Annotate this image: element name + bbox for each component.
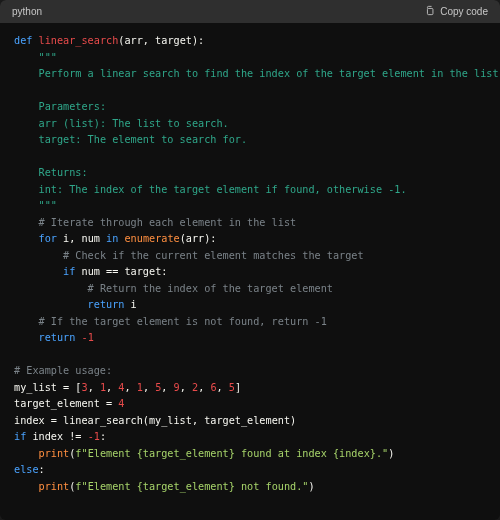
code-line: # Iterate through each element in the li… bbox=[14, 217, 296, 228]
code-line: arr (list): The list to search. bbox=[14, 118, 229, 129]
code-language-label: python bbox=[12, 6, 42, 17]
comment: # If the target element is not found, re… bbox=[39, 316, 327, 327]
code-line: if index != -1: bbox=[14, 431, 106, 442]
function-name: linear_search bbox=[39, 35, 119, 46]
code-block: python Copy code def linear_search(arr, … bbox=[0, 0, 500, 520]
code-line: Perform a linear search to find the inde… bbox=[14, 68, 500, 79]
comment: # Return the index of the target element bbox=[88, 283, 333, 294]
code-line: # Check if the current element matches t… bbox=[14, 250, 364, 261]
code-line: """ bbox=[14, 200, 57, 211]
comment: # Check if the current element matches t… bbox=[63, 250, 364, 261]
code-line: # If the target element is not found, re… bbox=[14, 316, 327, 327]
code-line: target: The element to search for. bbox=[14, 134, 247, 145]
comment: # Iterate through each element in the li… bbox=[39, 217, 297, 228]
code-line: Returns: bbox=[14, 167, 88, 178]
code-line: return -1 bbox=[14, 332, 94, 343]
code-line: else: bbox=[14, 464, 45, 475]
code-line: int: The index of the target element if … bbox=[14, 184, 407, 195]
code-line: # Example usage: bbox=[14, 365, 112, 376]
copy-code-label: Copy code bbox=[440, 6, 488, 17]
code-line: index = linear_search(my_list, target_el… bbox=[14, 415, 296, 426]
clipboard-icon bbox=[424, 5, 435, 18]
code-line: target_element = 4 bbox=[14, 398, 124, 409]
code-line: # Return the index of the target element bbox=[14, 283, 333, 294]
keyword-def: def bbox=[14, 35, 32, 46]
code-line: def linear_search(arr, target): bbox=[14, 35, 204, 46]
code-line: return i bbox=[14, 299, 137, 310]
code-line: Parameters: bbox=[14, 101, 106, 112]
code-line: for i, num in enumerate(arr): bbox=[14, 233, 217, 244]
code-header: python Copy code bbox=[0, 0, 500, 23]
comment: # Example usage: bbox=[14, 365, 112, 376]
code-line: my_list = [3, 1, 4, 1, 5, 9, 2, 6, 5] bbox=[14, 382, 241, 393]
list-values: 3, 1, 4, 1, 5, 9, 2, 6, 5 bbox=[81, 382, 235, 393]
copy-code-button[interactable]: Copy code bbox=[424, 5, 488, 18]
code-line: print(f"Element {target_element} found a… bbox=[14, 448, 394, 459]
code-body[interactable]: def linear_search(arr, target): """ Perf… bbox=[0, 23, 500, 520]
code-line: """ bbox=[14, 52, 57, 63]
svg-rect-0 bbox=[428, 8, 434, 14]
code-line: print(f"Element {target_element} not fou… bbox=[14, 481, 315, 492]
code-line: if num == target: bbox=[14, 266, 167, 277]
